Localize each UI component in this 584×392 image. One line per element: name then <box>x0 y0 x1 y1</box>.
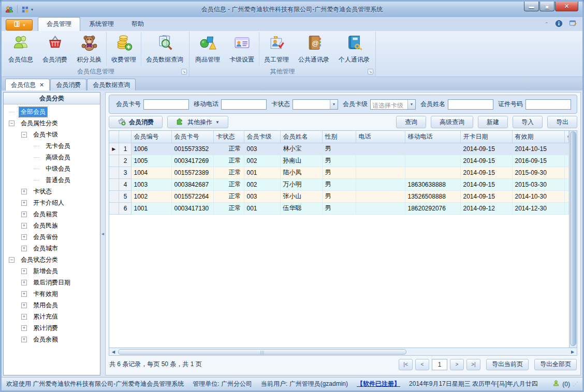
last-page-button[interactable]: >| <box>466 359 480 370</box>
close-button[interactable]: ✕ <box>555 2 578 11</box>
tree-item-12[interactable]: +会员城市 <box>4 243 100 254</box>
ribbon-goods-management[interactable]: 商品管理 <box>191 32 225 66</box>
info-icon[interactable] <box>555 20 563 29</box>
export-all-pages-button[interactable]: 导出全部页 <box>534 359 577 370</box>
col-header-2[interactable]: 会员编号 <box>131 131 171 143</box>
mobile-input[interactable] <box>221 99 267 110</box>
other-actions-button[interactable]: 其他操作 ▼ <box>167 116 228 128</box>
table-row[interactable]: ▶110060015573352正常003林小宝男2014-09-152014-… <box>109 143 569 155</box>
expand-icon[interactable]: + <box>21 234 27 240</box>
scroll-left-icon[interactable]: ◀ <box>109 349 118 355</box>
export-current-page-button[interactable]: 导出当前页 <box>486 359 529 370</box>
sidebar-splitter[interactable]: ◄ <box>100 92 105 375</box>
chevron-down-icon[interactable]: ▼ <box>407 100 415 109</box>
card-no-input[interactable] <box>143 99 189 110</box>
table-row[interactable]: 410030003842687正常002万小明男186306388882014-… <box>109 178 569 190</box>
expand-icon[interactable]: + <box>21 337 27 342</box>
expand-icon[interactable]: + <box>21 212 27 217</box>
doc-tab-1[interactable]: 会员消费 <box>50 79 86 91</box>
tree-item-3[interactable]: 无卡会员 <box>4 140 100 152</box>
doc-tab-0[interactable]: 会员信息✕ <box>5 79 50 91</box>
tree-item-11[interactable]: +会员省份 <box>4 231 100 243</box>
collapse-icon[interactable]: − <box>9 257 14 263</box>
col-header-4[interactable]: 卡状态 <box>213 131 244 143</box>
advanced-query-button[interactable]: 高级查询 <box>431 116 473 128</box>
tree-item-20[interactable]: +会员余额 <box>4 334 100 345</box>
col-header-8[interactable]: 电话 <box>356 131 405 143</box>
first-page-button[interactable]: |< <box>399 359 413 370</box>
menu-tab-1[interactable]: 系统管理 <box>80 17 123 31</box>
tree-item-16[interactable]: +卡有效期 <box>4 288 100 299</box>
tree-item-8[interactable]: +开卡介绍人 <box>4 197 100 208</box>
tree-item-15[interactable]: +最后消费日期 <box>4 277 100 288</box>
chevron-down-icon[interactable]: ▼ <box>330 100 338 109</box>
query-button[interactable]: 查询 <box>396 116 426 128</box>
tree-item-10[interactable]: +会员民族 <box>4 220 100 231</box>
ribbon-personal-contacts[interactable]: 个人通讯录 <box>334 32 374 66</box>
doc-tab-2[interactable]: 会员数据查询 <box>87 79 136 91</box>
expand-icon[interactable]: + <box>21 291 27 297</box>
expand-icon[interactable]: + <box>21 223 27 229</box>
col-header-12[interactable]: 会员 <box>564 131 569 143</box>
minimize-button[interactable]: ▬ <box>524 2 539 11</box>
tree-item-6[interactable]: 普通会员 <box>4 174 100 186</box>
horizontal-scroll-track[interactable]: ||| <box>118 349 568 355</box>
resize-grip[interactable]: ⋰ <box>573 381 578 387</box>
tree-item-14[interactable]: +新增会员 <box>4 265 100 277</box>
col-header-6[interactable]: 会员姓名 <box>280 131 322 143</box>
vertical-scrollbar[interactable] <box>569 131 577 348</box>
qat-customize-icon[interactable] <box>21 6 29 13</box>
ribbon-points-exchange[interactable]: 积分兑换 <box>72 32 106 66</box>
vertical-scrollbar-thumb[interactable] <box>570 131 576 346</box>
expand-icon[interactable]: + <box>21 314 27 320</box>
registered-link[interactable]: 【软件已注册】 <box>357 380 400 388</box>
ribbon-member-data-query[interactable]: 会员数据查询 <box>141 32 188 66</box>
expand-icon[interactable]: + <box>21 246 27 251</box>
prev-page-button[interactable]: < <box>415 359 429 370</box>
col-header-9[interactable]: 移动电话 <box>405 131 460 143</box>
tree-item-19[interactable]: +累计消费 <box>4 322 100 334</box>
expand-icon[interactable]: + <box>21 268 27 274</box>
tree-item-9[interactable]: +会员籍贯 <box>4 208 100 220</box>
table-row[interactable]: 210050003417269正常002孙南山男2014-09-152016-0… <box>109 155 569 167</box>
expand-icon[interactable]: + <box>21 325 27 331</box>
col-row-marker[interactable] <box>109 131 119 143</box>
col-header-1[interactable] <box>119 131 131 143</box>
tree-item-13[interactable]: −会员状态分类 <box>4 254 100 265</box>
tree-item-2[interactable]: −会员卡级 <box>4 129 100 140</box>
maximize-button[interactable]: ▣ <box>539 2 554 11</box>
new-button[interactable]: 新建 <box>478 116 508 128</box>
tree-item-1[interactable]: −会员属性分类 <box>4 117 100 129</box>
close-tab-icon[interactable]: ✕ <box>39 82 44 88</box>
col-header-5[interactable]: 会员卡级 <box>244 131 280 143</box>
collapse-ribbon-icon[interactable]: ⌃ <box>545 21 549 27</box>
expand-icon[interactable]: + <box>21 189 27 194</box>
ribbon-staff-management[interactable]: 员工管理 <box>259 32 294 66</box>
about-window-icon[interactable] <box>569 19 577 29</box>
id-number-input[interactable] <box>525 99 571 110</box>
export-button[interactable]: 导出 <box>547 116 577 128</box>
horizontal-scrollbar-thumb[interactable]: ||| <box>118 349 406 355</box>
table-row[interactable]: 310040015572389正常001陆小凤男2014-09-152015-0… <box>109 167 569 178</box>
ribbon-member-consume[interactable]: 会员消费 <box>38 32 72 66</box>
tree-item-18[interactable]: +累计充值 <box>4 311 100 322</box>
ribbon-public-contacts[interactable]: @公共通讯录 <box>294 32 334 66</box>
tree-item-7[interactable]: +卡状态 <box>4 186 100 197</box>
dialog-launcher-icon[interactable]: ↘ <box>181 69 187 74</box>
ribbon-card-level-settings[interactable]: 卡级设置 <box>225 32 259 66</box>
collapse-icon[interactable]: − <box>21 132 27 138</box>
menu-tab-2[interactable]: 帮助 <box>123 17 153 31</box>
scroll-right-icon[interactable]: ▶ <box>568 349 577 355</box>
tree-item-17[interactable]: +禁用会员 <box>4 299 100 311</box>
menu-tab-0[interactable]: 会员管理 <box>38 17 80 31</box>
member-consume-button[interactable]: 会员消费 <box>109 116 163 128</box>
expand-icon[interactable]: + <box>21 303 27 308</box>
card-status-select[interactable]: ▼ <box>293 99 338 110</box>
col-header-7[interactable]: 性别 <box>322 131 356 143</box>
tree-item-0[interactable]: 全部会员 <box>4 106 100 117</box>
col-header-3[interactable]: 会员卡号 <box>171 131 213 143</box>
import-button[interactable]: 导入 <box>513 116 543 128</box>
dialog-launcher-icon[interactable]: ↘ <box>368 69 373 74</box>
horizontal-scrollbar[interactable]: ◀ ||| ▶ <box>109 348 577 356</box>
table-row[interactable]: 610010003417130正常001伍华聪男186202920762014-… <box>109 202 569 214</box>
